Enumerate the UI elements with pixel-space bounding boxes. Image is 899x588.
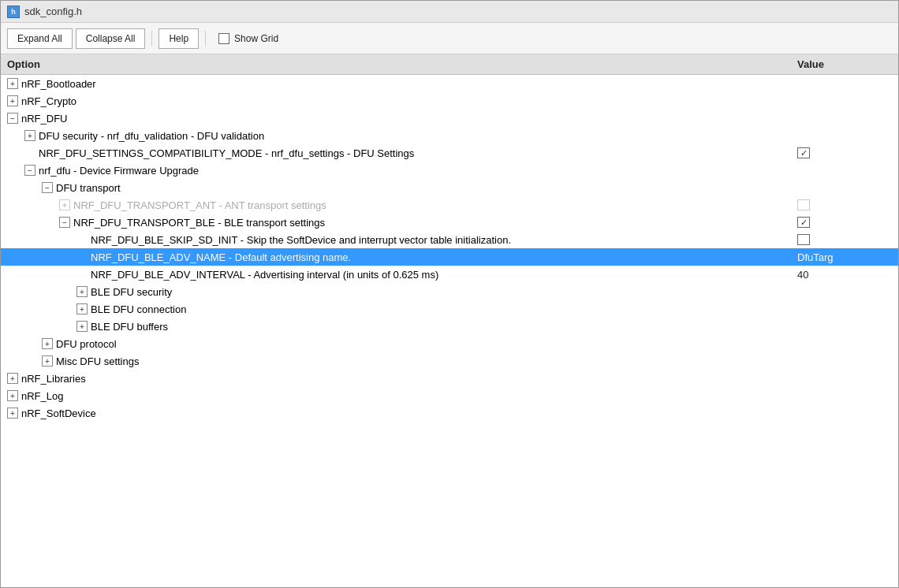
checkbox-transport-ble[interactable]: ✓ <box>797 217 810 228</box>
label-transport-ble: NRF_DFU_TRANSPORT_BLE - BLE transport se… <box>73 217 325 229</box>
collapse-all-button[interactable]: Collapse All <box>76 28 146 49</box>
label-nrf-dfu-device: nrf_dfu - Device Firmware Upgrade <box>39 165 199 177</box>
value-transport-ant <box>797 199 892 210</box>
show-grid-checkbox[interactable] <box>218 33 229 44</box>
label-ble-skip-sd-init: NRF_DFU_BLE_SKIP_SD_INIT - Skip the Soft… <box>91 234 511 246</box>
label-misc-dfu: Misc DFU settings <box>56 355 139 367</box>
header-option: Option <box>7 58 797 70</box>
tree-row-ble-dfu-buffers[interactable]: + BLE DFU buffers <box>1 318 898 335</box>
tree-row-nrf-bootloader[interactable]: + nRF_Bootloader <box>1 75 898 92</box>
title-bar: h sdk_config.h <box>1 1 898 23</box>
header-value: Value <box>797 58 892 70</box>
main-window: h sdk_config.h Expand All Collapse All H… <box>0 0 899 588</box>
tree-row-ble-skip-sd-init[interactable]: NRF_DFU_BLE_SKIP_SD_INIT - Skip the Soft… <box>1 231 898 248</box>
value-ble-adv-interval: 40 <box>797 269 892 281</box>
expand-icon-bootloader[interactable]: + <box>7 78 18 89</box>
label-transport-ant: NRF_DFU_TRANSPORT_ANT - ANT transport se… <box>73 199 326 211</box>
tree-row-transport-ble[interactable]: − NRF_DFU_TRANSPORT_BLE - BLE transport … <box>1 214 898 231</box>
show-grid-label: Show Grid <box>234 33 278 44</box>
tree-row-ble-adv-interval[interactable]: NRF_DFU_BLE_ADV_INTERVAL - Advertising i… <box>1 266 898 283</box>
tree-row-dfu-security[interactable]: + DFU security - nrf_dfu_validation - DF… <box>1 127 898 144</box>
tree-row-misc-dfu[interactable]: + Misc DFU settings <box>1 352 898 370</box>
label-nrf-softdevice: nRF_SoftDevice <box>21 408 96 419</box>
tree-row-nrf-log[interactable]: + nRF_Log <box>1 387 898 404</box>
label-dfu-protocol: DFU protocol <box>56 338 117 350</box>
label-ble-dfu-buffers: BLE DFU buffers <box>91 321 168 333</box>
label-ble-dfu-security: BLE DFU security <box>91 286 172 298</box>
value-ble-skip-sd-init <box>797 234 892 245</box>
label-nrf-bootloader: nRF_Bootloader <box>21 78 96 90</box>
tree-row-ble-adv-name[interactable]: NRF_DFU_BLE_ADV_NAME - Default advertisi… <box>1 248 898 266</box>
expand-icon-transport-ant[interactable]: + <box>59 199 70 210</box>
show-grid-area: Show Grid <box>218 33 278 44</box>
expand-icon-dfu-transport[interactable]: − <box>42 182 53 193</box>
tree-row-nrf-crypto[interactable]: + nRF_Crypto <box>1 92 898 110</box>
label-nrf-crypto: nRF_Crypto <box>21 95 76 107</box>
expand-icon-misc-dfu[interactable]: + <box>42 355 53 367</box>
value-dfu-settings-compat: ✓ <box>797 147 892 158</box>
label-nrf-libraries: nRF_Libraries <box>21 373 86 385</box>
expand-all-button[interactable]: Expand All <box>7 28 73 49</box>
expand-icon-dfu[interactable]: − <box>7 113 18 124</box>
checkbox-ble-skip-sd-init[interactable] <box>797 234 810 245</box>
tree-row-dfu-settings-compat[interactable]: NRF_DFU_SETTINGS_COMPATIBILITY_MODE - nr… <box>1 144 898 162</box>
label-dfu-security: DFU security - nrf_dfu_validation - DFU … <box>39 130 264 142</box>
checkbox-dfu-settings-compat[interactable]: ✓ <box>797 147 810 158</box>
toolbar-separator-2 <box>205 31 206 47</box>
expand-icon-ble-dfu-security[interactable]: + <box>76 286 88 297</box>
tree-row-transport-ant[interactable]: + NRF_DFU_TRANSPORT_ANT - ANT transport … <box>1 196 898 214</box>
tree-row-nrf-softdevice[interactable]: + nRF_SoftDevice <box>1 404 898 422</box>
label-ble-dfu-connection: BLE DFU connection <box>91 303 186 315</box>
tree-row-nrf-dfu[interactable]: − nRF_DFU <box>1 110 898 127</box>
tree-row-nrf-libraries[interactable]: + nRF_Libraries <box>1 370 898 387</box>
expand-icon-ble-dfu-connection[interactable]: + <box>76 303 88 314</box>
header-row: Option Value <box>1 54 898 75</box>
expand-icon-dfu-protocol[interactable]: + <box>42 338 53 349</box>
file-icon: h <box>7 6 20 18</box>
tree-row-nrf-dfu-device[interactable]: − nrf_dfu - Device Firmware Upgrade <box>1 162 898 179</box>
label-ble-adv-name: NRF_DFU_BLE_ADV_NAME - Default advertisi… <box>91 251 351 263</box>
tree-row-dfu-protocol[interactable]: + DFU protocol <box>1 335 898 352</box>
toolbar-separator <box>151 31 152 47</box>
checkbox-transport-ant[interactable] <box>797 199 810 210</box>
tree-row-dfu-transport[interactable]: − DFU transport <box>1 179 898 196</box>
help-button[interactable]: Help <box>159 28 199 49</box>
toolbar: Expand All Collapse All Help Show Grid <box>1 23 898 54</box>
label-dfu-transport: DFU transport <box>56 182 121 194</box>
label-nrf-log: nRF_Log <box>21 390 63 402</box>
expand-icon-crypto[interactable]: + <box>7 95 18 106</box>
value-transport-ble: ✓ <box>797 217 892 228</box>
title-text: sdk_config.h <box>24 6 82 17</box>
expand-icon-transport-ble[interactable]: − <box>59 217 70 228</box>
value-ble-adv-name: DfuTarg <box>797 251 892 263</box>
expand-icon-softdevice[interactable]: + <box>7 408 18 419</box>
tree-row-ble-dfu-connection[interactable]: + BLE DFU connection <box>1 300 898 318</box>
label-dfu-settings-compat: NRF_DFU_SETTINGS_COMPATIBILITY_MODE - nr… <box>39 147 414 159</box>
expand-icon-libraries[interactable]: + <box>7 373 18 384</box>
expand-icon-log[interactable]: + <box>7 390 18 401</box>
content-area[interactable]: + nRF_Bootloader + nRF_Crypto − nRF_DFU … <box>1 75 898 587</box>
label-ble-adv-interval: NRF_DFU_BLE_ADV_INTERVAL - Advertising i… <box>91 269 438 281</box>
tree-row-ble-dfu-security[interactable]: + BLE DFU security <box>1 283 898 300</box>
expand-icon-nrf-dfu-device[interactable]: − <box>24 165 35 176</box>
expand-icon-ble-dfu-buffers[interactable]: + <box>76 321 88 332</box>
expand-icon-dfu-security[interactable]: + <box>24 130 35 141</box>
label-nrf-dfu: nRF_DFU <box>21 113 68 125</box>
